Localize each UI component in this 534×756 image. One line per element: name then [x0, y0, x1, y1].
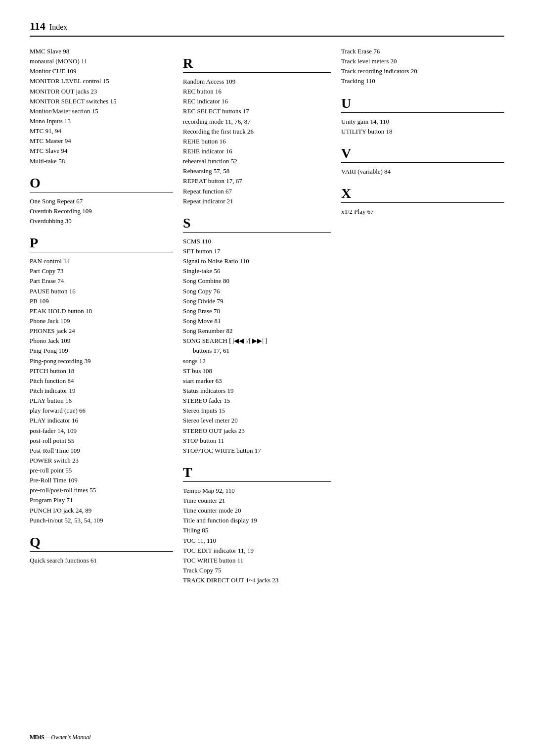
index-entry: Monitor CUE 109 [30, 66, 173, 76]
section-divider [183, 72, 331, 73]
index-entry: Repeat function 67 [183, 187, 331, 196]
section-o: OOne Song Repeat 67Overdub Recording 109… [30, 175, 173, 226]
index-entry: SCMS 110 [183, 236, 331, 246]
index-entry: STEREO OUT jacks 23 [183, 426, 331, 436]
index-entry: Signal to Noise Ratio 110 [183, 256, 331, 266]
index-entry: Track recording indicators 20 [341, 66, 504, 76]
index-entry: Pitch indicator 19 [30, 386, 173, 396]
index-entry: Program Play 71 [30, 495, 173, 505]
index-entry: SET button 17 [183, 246, 331, 256]
index-entry: UTILITY button 18 [341, 127, 504, 137]
index-entry: Title and function display 19 [183, 516, 331, 525]
section-divider [341, 162, 504, 163]
index-entry: REC SELECT buttons 17 [183, 106, 331, 116]
section-divider [341, 112, 504, 113]
index-entry: PAUSE button 16 [30, 286, 173, 296]
section-letter-r: R [183, 55, 331, 71]
column-right: Track Erase 76Track level meters 20Track… [341, 47, 504, 585]
page: 114 Index MMC Slave 98monaural (MONO) 11… [0, 0, 534, 615]
index-entry: Status indicators 19 [183, 386, 331, 396]
index-entry: Track level meters 20 [341, 56, 504, 66]
index-entry: ST bus 108 [183, 366, 331, 376]
index-entry: buttons 17, 61 [183, 346, 331, 356]
index-entry: Track Copy 75 [183, 566, 331, 575]
index-entry: play forward (cue) 66 [30, 406, 173, 416]
index-entry: Track Erase 76 [341, 47, 504, 56]
index-entry: post-roll point 55 [30, 436, 173, 446]
index-entry: STEREO fader 15 [183, 396, 331, 406]
index-entry: One Song Repeat 67 [30, 196, 173, 206]
section-divider [30, 192, 173, 192]
index-entry: MTC 91, 94 [30, 126, 173, 136]
index-entry: Monitor/Master section 15 [30, 106, 173, 116]
index-entry: Stereo Inputs 15 [183, 406, 331, 416]
index-entry: PLAY button 16 [30, 396, 173, 406]
section-x: Xx1/2 Play 67 [341, 186, 504, 217]
section-divider [30, 551, 173, 552]
index-entry: Phono Jack 109 [30, 336, 173, 346]
section-t: TTempo Map 92, 110Time counter 21Time co… [183, 465, 331, 585]
index-entry: Repeat indicator 21 [183, 196, 331, 206]
index-entry: Random Access 109 [183, 77, 331, 87]
index-entry: REHE button 16 [183, 137, 331, 146]
index-entry: Titling 85 [183, 525, 331, 535]
index-entry: Song Renumber 82 [183, 326, 331, 336]
index-entry: SONG SEARCH [ |◀◀ |/[ ▶▶| ] [183, 336, 331, 346]
index-entry: MONITOR SELECT switches 15 [30, 96, 173, 106]
top-entries-m: MMC Slave 98monaural (MONO) 11Monitor CU… [30, 47, 173, 166]
section-letter-q: Q [30, 534, 173, 550]
section-letter-u: U [341, 95, 504, 111]
index-entry: REC indicator 16 [183, 96, 331, 106]
index-entry: PUNCH I/O jack 24, 89 [30, 506, 173, 516]
index-entry: MTC Slave 94 [30, 146, 173, 156]
index-entry: Pre-Roll Time 109 [30, 475, 173, 485]
index-entry: Song Move 81 [183, 316, 331, 326]
page-title: Index [49, 23, 67, 32]
index-entry: Part Copy 73 [30, 266, 173, 276]
section-letter-o: O [30, 175, 173, 191]
index-entry: songs 12 [183, 356, 331, 366]
index-entry: Stereo level meter 20 [183, 416, 331, 425]
section-divider [183, 232, 331, 233]
index-entry: Mono Inputs 13 [30, 116, 173, 126]
index-entry: TRACK DIRECT OUT 1~4 jacks 23 [183, 575, 331, 585]
index-entry: Part Erase 74 [30, 276, 173, 286]
index-entry: VARI (variable) 84 [341, 167, 504, 177]
index-entry: Ping-pong recording 39 [30, 356, 173, 366]
index-entry: REHE indicator 16 [183, 146, 331, 156]
index-entry: Tempo Map 92, 110 [183, 486, 331, 496]
index-entry: MONITOR OUT jacks 23 [30, 87, 173, 96]
section-letter-v: V [341, 145, 504, 161]
index-entry: Multi-take 58 [30, 156, 173, 166]
index-entry: Ping-Pong 109 [30, 346, 173, 356]
index-entry: post-fader 14, 109 [30, 426, 173, 436]
index-entry: Unity gain 14, 110 [341, 117, 504, 127]
index-entry: TOC 11, 110 [183, 536, 331, 546]
index-entry: Song Copy 76 [183, 286, 331, 296]
index-entry: start marker 63 [183, 376, 331, 386]
index-entry: Post-Roll Time 109 [30, 446, 173, 456]
section-divider [30, 252, 173, 252]
index-columns: MMC Slave 98monaural (MONO) 11Monitor CU… [30, 47, 504, 585]
index-entry: Single-take 56 [183, 266, 331, 276]
index-entry: Tracking 110 [341, 76, 504, 86]
index-entry: rehearsal function 52 [183, 156, 331, 166]
index-entry: pre-roll point 55 [30, 466, 173, 475]
index-entry: recording mode 11, 76, 87 [183, 117, 331, 127]
section-p: PPAN control 14Part Copy 73Part Erase 74… [30, 235, 173, 525]
index-entry: STOP button 11 [183, 436, 331, 446]
index-entry: Time counter 21 [183, 496, 331, 506]
section-divider [341, 202, 504, 203]
index-entry: POWER switch 23 [30, 456, 173, 466]
index-entry: Phone Jack 109 [30, 316, 173, 326]
index-entry: TOC WRITE button 11 [183, 556, 331, 566]
index-entry: Punch-in/out 52, 53, 54, 109 [30, 516, 173, 525]
section-divider [183, 481, 331, 482]
index-entry: Song Divide 79 [183, 296, 331, 306]
page-header: 114 Index [30, 20, 504, 37]
index-entry: PLAY indicator 16 [30, 416, 173, 425]
section-u: UUnity gain 14, 110UTILITY button 18 [341, 95, 504, 137]
page-footer: MD4S —Owner's Manual [30, 734, 91, 741]
column-mid: RRandom Access 109REC button 16REC indic… [183, 47, 341, 585]
index-entry: MMC Slave 98 [30, 47, 173, 56]
